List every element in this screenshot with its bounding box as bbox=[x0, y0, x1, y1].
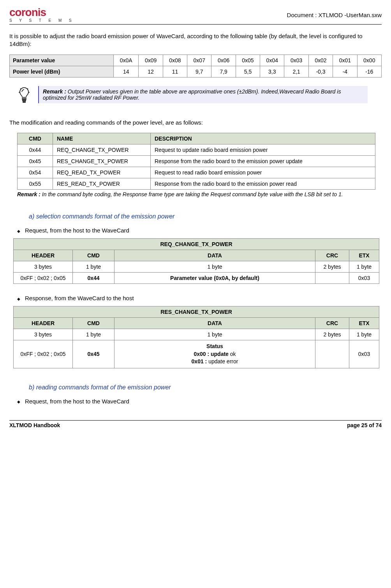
table-header-row: HEADER CMD DATA CRC ETX bbox=[14, 318, 379, 329]
power-level-table: Parameter value 0x0A 0x09 0x08 0x07 0x06… bbox=[9, 55, 382, 77]
row-label: Parameter value bbox=[10, 55, 114, 66]
page-header: coronis S Y S T E M S Document : XTLMOD … bbox=[9, 7, 382, 25]
req-frame-table: REQ_CHANGE_TX_POWER HEADER CMD DATA CRC … bbox=[13, 238, 379, 284]
lightbulb-icon bbox=[17, 87, 31, 107]
frame-title: REQ_CHANGE_TX_POWER bbox=[14, 239, 379, 250]
remark-note: Remark : In the command byte coding, the… bbox=[17, 191, 375, 197]
bullet-request: Request, from the host to the WaveCard bbox=[17, 227, 382, 234]
remark-text: Remark : Output Power values given in th… bbox=[38, 86, 368, 103]
page-footer: XLTMOD Handbook page 25 of 74 bbox=[9, 420, 382, 428]
footer-right: page 25 of 74 bbox=[347, 422, 382, 428]
table-row: 3 bytes 1 byte 1 byte 2 bytes 1 byte bbox=[14, 329, 379, 340]
bullet-response: Response, from the WaveCard to the host bbox=[17, 295, 382, 301]
table-row: Power level (dBm) 14 12 11 9,7 7,9 5,5 3… bbox=[10, 66, 382, 77]
footer-left: XLTMOD Handbook bbox=[9, 422, 60, 428]
table-row: 0x44REQ_CHANGE_TX_POWERRequest to update… bbox=[18, 144, 375, 156]
logo: coronis S Y S T E M S bbox=[9, 7, 75, 23]
frame-title: RES_CHANGE_TX_POWER bbox=[14, 306, 379, 318]
document-id: Document : XTLMOD -UserMan.sxw bbox=[287, 12, 382, 18]
table-header-row: HEADER CMD DATA CRC ETX bbox=[14, 250, 379, 261]
logo-brand: coronis bbox=[9, 7, 75, 18]
intro-paragraph: It is possible to adjust the radio board… bbox=[9, 32, 382, 48]
subsection-a-title: a) selection commands format of the emis… bbox=[29, 213, 382, 220]
table-row: 0xFF ; 0x02 ; 0x05 0x44 Parameter value … bbox=[14, 273, 379, 284]
table-row: Parameter value 0x0A 0x09 0x08 0x07 0x06… bbox=[10, 55, 382, 66]
bullet-request-b: Request, from the host to the WaveCard bbox=[17, 398, 382, 405]
res-frame-table: RES_CHANGE_TX_POWER HEADER CMD DATA CRC … bbox=[13, 306, 379, 368]
table-row: 3 bytes 1 byte 1 byte 2 bytes 1 byte bbox=[14, 261, 379, 273]
logo-subtitle: S Y S T E M S bbox=[9, 19, 75, 23]
table-row: 0x54REQ_READ_TX_POWERRequest to read rad… bbox=[18, 167, 375, 178]
table-row: 0x45RES_CHANGE_TX_POWERResponse from the… bbox=[18, 156, 375, 167]
table-row: 0xFF ; 0x02 ; 0x05 0x45 Status 0x00 : up… bbox=[14, 340, 379, 368]
commands-intro: The modification and reading commands of… bbox=[9, 119, 382, 126]
remark-callout: Remark : Output Power values given in th… bbox=[17, 86, 368, 107]
status-cell: Status 0x00 : update ok 0x01 : update er… bbox=[114, 340, 315, 368]
subsection-b-title: b) reading commands format of the emissi… bbox=[29, 384, 382, 391]
table-header-row: CMD NAME DESCRIPTION bbox=[18, 133, 375, 144]
commands-table: CMD NAME DESCRIPTION 0x44REQ_CHANGE_TX_P… bbox=[17, 133, 375, 190]
table-row: 0x55RES_READ_TX_POWERResponse from the r… bbox=[18, 178, 375, 190]
row-label: Power level (dBm) bbox=[10, 66, 114, 77]
